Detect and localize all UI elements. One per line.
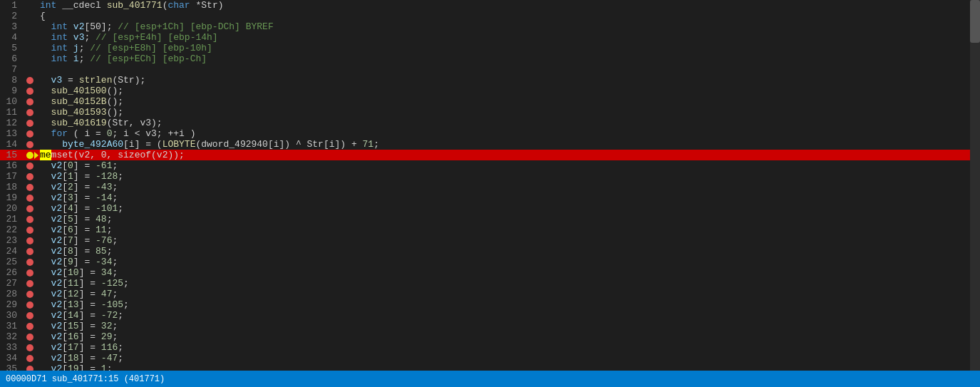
breakpoint-dot bbox=[26, 98, 33, 105]
breakpoint-area[interactable] bbox=[23, 216, 37, 223]
breakpoint-dot bbox=[26, 141, 33, 148]
line-number: 11 bbox=[0, 107, 23, 118]
breakpoint-area[interactable] bbox=[23, 77, 37, 84]
line-number: 14 bbox=[0, 139, 23, 150]
breakpoint-area[interactable] bbox=[23, 152, 37, 159]
breakpoint-area[interactable] bbox=[23, 301, 37, 309]
breakpoint-dot bbox=[26, 195, 33, 202]
breakpoint-area[interactable] bbox=[23, 141, 37, 148]
table-row: 33 v2[17] = 116; bbox=[0, 342, 980, 353]
breakpoint-dot bbox=[26, 334, 33, 341]
code-content: v2[12] = 47; bbox=[37, 289, 980, 299]
scrollbar-thumb[interactable] bbox=[970, 0, 980, 43]
code-content: { bbox=[37, 11, 980, 21]
breakpoint-area[interactable] bbox=[23, 334, 37, 341]
code-content: v2[5] = 48; bbox=[37, 214, 980, 225]
breakpoint-area[interactable] bbox=[23, 162, 37, 170]
code-content: v3 = strlen(Str); bbox=[37, 75, 980, 86]
line-number: 17 bbox=[0, 171, 23, 182]
code-content: int v2[50]; // [esp+1Ch] [ebp-DCh] BYREF bbox=[37, 21, 980, 32]
breakpoint-area[interactable] bbox=[23, 366, 37, 371]
code-content: int __cdecl sub_401771(char *Str) bbox=[37, 0, 980, 11]
scrollbar[interactable] bbox=[970, 0, 980, 371]
breakpoint-area[interactable] bbox=[23, 184, 37, 191]
breakpoint-area[interactable] bbox=[23, 109, 37, 116]
line-number: 3 bbox=[0, 21, 23, 32]
code-content: int i; // [esp+ECh] [ebp-Ch] bbox=[37, 53, 980, 64]
code-content: v2[0] = -61; bbox=[37, 160, 980, 171]
breakpoint-dot bbox=[26, 88, 33, 95]
breakpoint-area[interactable] bbox=[23, 355, 37, 362]
breakpoint-dot bbox=[26, 344, 33, 351]
breakpoint-area[interactable] bbox=[23, 291, 37, 298]
breakpoint-area[interactable] bbox=[23, 323, 37, 330]
breakpoint-area[interactable] bbox=[23, 195, 37, 202]
table-row: 35 v2[19] = 1; bbox=[0, 363, 980, 371]
line-number: 24 bbox=[0, 246, 23, 257]
line-number: 32 bbox=[0, 331, 23, 342]
breakpoint-area[interactable] bbox=[23, 237, 37, 244]
code-content: v2[18] = -47; bbox=[37, 353, 980, 363]
line-number: 31 bbox=[0, 321, 23, 331]
code-content: int v3; // [esp+E4h] [ebp-14h] bbox=[37, 32, 980, 43]
line-number: 22 bbox=[0, 225, 23, 235]
code-content: v2[7] = -76; bbox=[37, 235, 980, 246]
breakpoint-dot bbox=[26, 227, 33, 234]
breakpoint-area[interactable] bbox=[23, 248, 37, 255]
status-text: 00000D71 sub_401771:15 (401771) bbox=[6, 374, 165, 384]
code-content: v2[6] = 11; bbox=[37, 225, 980, 235]
breakpoint-dot bbox=[26, 109, 33, 116]
table-row: 8 v3 = strlen(Str); bbox=[0, 75, 980, 86]
table-row: 7 bbox=[0, 64, 980, 75]
breakpoint-area[interactable] bbox=[23, 173, 37, 180]
breakpoint-area[interactable] bbox=[23, 344, 37, 351]
code-content: v2[8] = 85; bbox=[37, 246, 980, 257]
line-number: 12 bbox=[0, 118, 23, 128]
breakpoint-dot bbox=[26, 366, 33, 371]
line-number: 33 bbox=[0, 342, 23, 353]
line-number: 30 bbox=[0, 310, 23, 321]
line-number: 16 bbox=[0, 160, 23, 171]
table-row: 6 int i; // [esp+ECh] [ebp-Ch] bbox=[0, 53, 980, 64]
line-number: 28 bbox=[0, 289, 23, 299]
breakpoint-area[interactable] bbox=[23, 205, 37, 212]
table-row: 16 v2[0] = -61; bbox=[0, 160, 980, 171]
line-number: 13 bbox=[0, 128, 23, 139]
line-number: 7 bbox=[0, 64, 23, 75]
line-number: 8 bbox=[0, 75, 23, 86]
line-number: 1 bbox=[0, 0, 23, 11]
code-content: v2[10] = 34; bbox=[37, 267, 980, 278]
table-row: 5 int j; // [esp+E8h] [ebp-10h] bbox=[0, 43, 980, 53]
breakpoint-area[interactable] bbox=[23, 280, 37, 287]
table-row: 18 v2[2] = -43; bbox=[0, 182, 980, 192]
table-row: 9 sub_401500(); bbox=[0, 86, 980, 96]
line-number: 18 bbox=[0, 182, 23, 192]
breakpoint-area[interactable] bbox=[23, 227, 37, 234]
code-content: v2[4] = -101; bbox=[37, 203, 980, 214]
code-content: v2[9] = -34; bbox=[37, 257, 980, 267]
breakpoint-area[interactable] bbox=[23, 312, 37, 319]
line-number: 4 bbox=[0, 32, 23, 43]
breakpoint-area[interactable] bbox=[23, 130, 37, 138]
table-row: 14 byte_492A60[i] = (LOBYTE(dword_492940… bbox=[0, 139, 980, 150]
line-number: 34 bbox=[0, 353, 23, 363]
breakpoint-dot bbox=[26, 280, 33, 287]
breakpoint-area[interactable] bbox=[23, 259, 37, 266]
line-number: 29 bbox=[0, 299, 23, 310]
table-row: 22 v2[6] = 11; bbox=[0, 225, 980, 235]
table-row: 10 sub_40152B(); bbox=[0, 96, 980, 107]
code-content: int j; // [esp+E8h] [ebp-10h] bbox=[37, 43, 980, 53]
table-row: 24 v2[8] = 85; bbox=[0, 246, 980, 257]
code-content: sub_401593(); bbox=[37, 107, 980, 118]
breakpoint-area[interactable] bbox=[23, 98, 37, 105]
current-line-indicator bbox=[26, 152, 33, 159]
line-number: 15 bbox=[0, 150, 23, 160]
breakpoint-dot bbox=[26, 130, 33, 138]
breakpoint-dot bbox=[26, 77, 33, 84]
table-row: 2{ bbox=[0, 11, 980, 21]
breakpoint-area[interactable] bbox=[23, 120, 37, 127]
breakpoint-area[interactable] bbox=[23, 88, 37, 95]
line-number: 21 bbox=[0, 214, 23, 225]
table-row: 21 v2[5] = 48; bbox=[0, 214, 980, 225]
breakpoint-area[interactable] bbox=[23, 269, 37, 277]
